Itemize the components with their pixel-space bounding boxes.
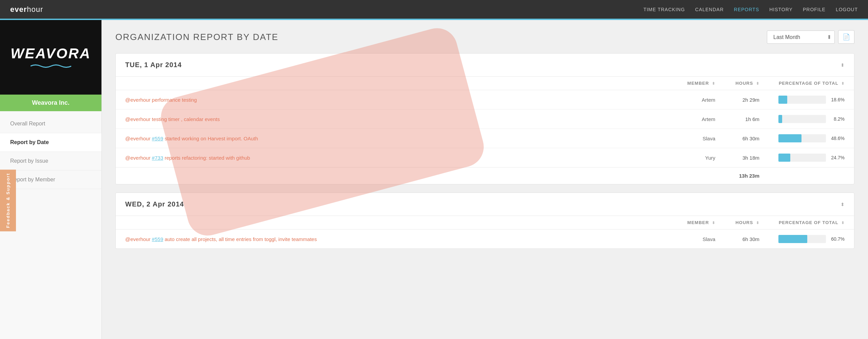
entry-member: Slava	[671, 129, 725, 148]
table-row: @everhour testing timer , calendar event…	[116, 109, 854, 129]
col-header-pct-1[interactable]: Percentage of Total ⬍	[769, 77, 854, 90]
entry-hours: 3h 18m	[725, 148, 769, 167]
weavora-logo: WeavoRa	[11, 45, 91, 69]
date-filter-select[interactable]: Last Month This Month Last Week This Wee…	[767, 31, 835, 44]
pct-value: 48.6%	[829, 136, 845, 141]
pct-bar-bg	[778, 96, 826, 104]
export-icon: 📄	[843, 34, 850, 40]
report-section-header-2: WED, 2 Apr 2014 ⬍	[116, 193, 854, 216]
report-section-2: WED, 2 Apr 2014 ⬍ Member ⬍ Hours ⬍ Per	[115, 193, 854, 249]
weavora-wave-icon	[31, 63, 71, 69]
report-section-header-1: TUE, 1 Apr 2014 ⬍	[116, 54, 854, 77]
sort-icon-2[interactable]: ⬍	[841, 202, 845, 207]
entry-member: Artem	[671, 90, 725, 109]
issue-link[interactable]: #559	[152, 136, 163, 141]
project-at-label: @everhour	[125, 136, 150, 141]
pct-sort-icon-2: ⬍	[841, 221, 845, 225]
sidebar-item-report-by-date[interactable]: Report by Date	[0, 133, 101, 152]
nav-reports[interactable]: REPORTS	[734, 7, 759, 12]
pct-bar-bg	[778, 235, 826, 243]
entry-hours: 6h 30m	[725, 230, 769, 249]
entry-description: @everhour testing timer , calendar event…	[116, 109, 671, 129]
pct-value: 24.7%	[829, 155, 845, 160]
company-name[interactable]: Weavora Inc.	[0, 95, 101, 111]
col-header-member-2[interactable]: Member ⬍	[671, 216, 725, 230]
pct-sort-icon: ⬍	[841, 81, 845, 85]
entry-hours: 6h 30m	[725, 129, 769, 148]
entry-hours: 1h 6m	[725, 109, 769, 129]
pct-bar-fill	[778, 154, 790, 162]
table-row: @everhour performance testing Artem 2h 2…	[116, 90, 854, 109]
pct-bar-bg	[778, 134, 826, 142]
nav-time-tracking[interactable]: TIME TRACKING	[643, 7, 685, 12]
pct-bar-bg	[778, 154, 826, 162]
pct-bar-wrapper: 48.6%	[778, 134, 845, 142]
project-at-label: @everhour	[125, 97, 150, 103]
col-header-hours-1[interactable]: Hours ⬍	[725, 77, 769, 90]
report-table-1: Member ⬍ Hours ⬍ Percentage of Total ⬍	[116, 77, 854, 184]
entry-pct: 48.6%	[769, 129, 854, 148]
feedback-support-tab[interactable]: Feedback & Support	[0, 170, 16, 231]
pct-bar-wrapper: 24.7%	[778, 154, 845, 162]
member-sort-icon: ⬍	[712, 81, 715, 85]
date-select-wrapper: Last Month This Month Last Week This Wee…	[767, 31, 835, 44]
col-header-pct-2[interactable]: Percentage of Total ⬍	[769, 216, 854, 230]
pct-bar-fill	[778, 235, 807, 243]
total-pct-spacer	[769, 167, 854, 184]
nav-calendar[interactable]: CALENDAR	[695, 7, 724, 12]
feedback-label: Feedback & Support	[5, 173, 11, 228]
entry-description: @everhour #733 reports refactoring: star…	[116, 148, 671, 167]
table-row: @everhour #559 auto create all projects,…	[116, 230, 854, 249]
entry-description: @everhour #559 auto create all projects,…	[116, 230, 671, 249]
table-total-row: 13h 23m	[116, 167, 854, 184]
total-spacer	[116, 167, 725, 184]
project-at-label: @everhour	[125, 236, 150, 242]
weavora-text: WeavoRa	[11, 45, 91, 61]
export-button[interactable]: 📄	[838, 30, 854, 44]
table-header-row-1: Member ⬍ Hours ⬍ Percentage of Total ⬍	[116, 77, 854, 90]
sidebar-logo-box: WeavoRa	[0, 20, 101, 95]
sort-icon-1[interactable]: ⬍	[841, 62, 845, 68]
col-header-member-1[interactable]: Member ⬍	[671, 77, 725, 90]
main-content: ORGANIZATION REPORT BY DATE Last Month T…	[102, 20, 868, 339]
col-header-hours-2[interactable]: Hours ⬍	[725, 216, 769, 230]
sidebar-item-report-by-issue[interactable]: Report by Issue	[0, 152, 101, 171]
top-navigation: everhour TIME TRACKING CALENDAR REPORTS …	[0, 0, 868, 19]
page-header: ORGANIZATION REPORT BY DATE Last Month T…	[115, 30, 854, 44]
hours-sort-icon-2: ⬍	[756, 221, 759, 225]
col-header-description-1	[116, 77, 671, 90]
pct-value: 18.6%	[829, 97, 845, 102]
entry-pct: 18.6%	[769, 90, 854, 109]
page-title: ORGANIZATION REPORT BY DATE	[115, 32, 279, 42]
pct-value: 8.2%	[829, 116, 845, 122]
report-date-1: TUE, 1 Apr 2014	[125, 61, 182, 69]
table-row: @everhour #559 started working on Harves…	[116, 129, 854, 148]
nav-history[interactable]: HISTORY	[769, 7, 793, 12]
report-section-1: TUE, 1 Apr 2014 ⬍ Member ⬍ Hours ⬍ Per	[115, 53, 854, 184]
issue-link[interactable]: #733	[152, 155, 163, 161]
pct-bar-fill	[778, 96, 787, 104]
entry-pct: 24.7%	[769, 148, 854, 167]
entry-description: @everhour performance testing	[116, 90, 671, 109]
pct-bar-fill	[778, 115, 782, 123]
issue-link[interactable]: #559	[152, 236, 163, 242]
member-sort-icon-2: ⬍	[712, 221, 715, 225]
hours-sort-icon: ⬍	[756, 81, 759, 85]
pct-bar-wrapper: 18.6%	[778, 96, 845, 104]
pct-bar-wrapper: 8.2%	[778, 115, 845, 123]
nav-logout[interactable]: LOGOUT	[836, 7, 858, 12]
col-header-description-2	[116, 216, 671, 230]
entry-member: Artem	[671, 109, 725, 129]
entry-pct: 60.7%	[769, 230, 854, 249]
entry-member: Slava	[671, 230, 725, 249]
pct-bar-wrapper: 60.7%	[778, 235, 845, 243]
pct-value: 60.7%	[829, 236, 845, 242]
sidebar-item-overall-report[interactable]: Overall Report	[0, 115, 101, 133]
pct-bar-fill	[778, 134, 801, 142]
entry-pct: 8.2%	[769, 109, 854, 129]
pct-bar-bg	[778, 115, 826, 123]
date-filter: Last Month This Month Last Week This Wee…	[767, 30, 854, 44]
nav-links: TIME TRACKING CALENDAR REPORTS HISTORY P…	[643, 7, 858, 12]
nav-profile[interactable]: PROFILE	[803, 7, 826, 12]
entry-description: @everhour #559 started working on Harves…	[116, 129, 671, 148]
